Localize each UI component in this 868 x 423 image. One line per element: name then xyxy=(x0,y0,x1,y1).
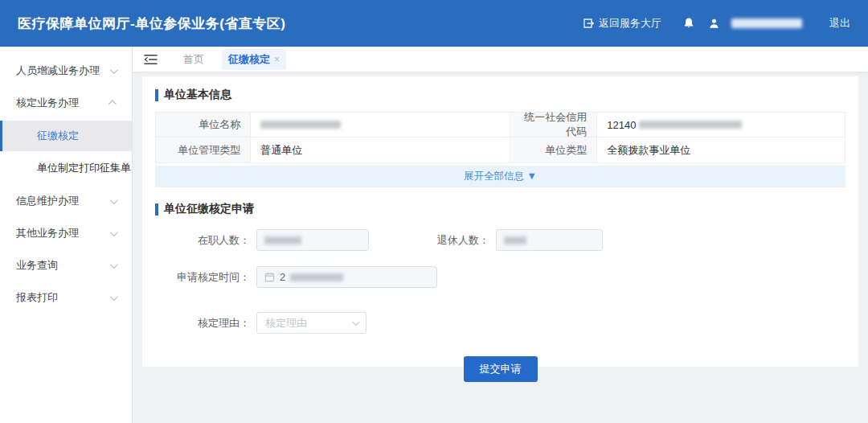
unit-type-value: 全额拨款事业单位 xyxy=(597,138,845,162)
sidebar-item-assessment[interactable]: 核定业务办理 xyxy=(0,87,132,119)
reason-label: 核定理由： xyxy=(155,316,250,331)
logout-label: 退出 xyxy=(829,16,850,31)
chevron-down-icon xyxy=(110,261,118,269)
sidebar-subitem-levy-assessment[interactable]: 征缴核定 xyxy=(0,121,132,151)
sidebar-subitem-label: 征缴核定 xyxy=(37,129,79,143)
sidebar-item-personnel-change[interactable]: 人员增减业务办理 xyxy=(0,55,132,87)
apply-form-title: 单位征缴核定申请 xyxy=(155,202,845,216)
sidebar-subitem-print-collection-form[interactable]: 单位制定打印征集单 xyxy=(0,153,132,183)
reason-placeholder: 核定理由 xyxy=(265,316,307,331)
close-tab-icon[interactable]: × xyxy=(274,54,280,65)
retired-count-input[interactable] xyxy=(496,229,603,251)
tab-label: 征缴核定 xyxy=(228,52,270,67)
sidebar-item-label: 业务查询 xyxy=(16,258,58,273)
basic-info-table: 单位名称 统一社会信用代码 12140 单位管理类型 普通单位 单位类型 全额拨… xyxy=(155,112,845,163)
return-icon xyxy=(583,18,594,29)
unit-mgmt-type-value: 普通单位 xyxy=(251,138,509,162)
app-header: 医疗保障单位网厅-单位参保业务(省直专区) 返回服务大厅 xyxy=(0,0,868,47)
sidebar-item-report-print[interactable]: 报表打印 xyxy=(0,281,132,314)
tab-home[interactable]: 首页 xyxy=(177,49,211,70)
credit-code-label: 统一社会信用代码 xyxy=(509,113,598,138)
bell-icon xyxy=(682,17,695,30)
sidebar-item-label: 人员增减业务办理 xyxy=(16,64,100,78)
unit-mgmt-type-label: 单位管理类型 xyxy=(156,138,251,162)
sidebar-item-business-query[interactable]: 业务查询 xyxy=(0,249,132,281)
sidebar-subitem-label: 单位制定打印征集单 xyxy=(37,161,131,175)
user-icon xyxy=(708,18,720,30)
sidebar-item-label: 信息维护办理 xyxy=(16,194,79,208)
chevron-up-icon xyxy=(108,100,117,108)
tab-label: 首页 xyxy=(183,52,204,67)
username-redacted xyxy=(731,18,802,28)
sidebar: 人员增减业务办理 核定业务办理 征缴核定 单位制定打印征集单 信息维护办理 其他… xyxy=(0,47,133,423)
chevron-down-icon xyxy=(110,196,118,204)
tab-bar: 首页 征缴核定 × xyxy=(133,47,868,72)
chevron-down-icon xyxy=(110,66,118,74)
sidebar-item-label: 核定业务办理 xyxy=(16,96,79,110)
credit-code-prefix: 12140 xyxy=(607,119,636,131)
return-service-hall-button[interactable]: 返回服务大厅 xyxy=(583,16,661,31)
unit-type-label: 单位类型 xyxy=(509,138,598,162)
redacted-value xyxy=(639,121,742,129)
submit-application-button[interactable]: 提交申请 xyxy=(464,356,538,382)
return-service-hall-label: 返回服务大厅 xyxy=(599,16,661,31)
basic-info-title: 单位基本信息 xyxy=(155,88,845,102)
chevron-down-icon xyxy=(110,293,118,301)
redacted-value xyxy=(504,236,526,244)
app-title: 医疗保障单位网厅-单位参保业务(省直专区) xyxy=(18,14,285,33)
apply-time-prefix: 2 xyxy=(280,271,285,283)
sidebar-item-label: 报表打印 xyxy=(16,290,58,305)
calendar-icon xyxy=(264,272,275,282)
tab-levy-assessment[interactable]: 征缴核定 × xyxy=(222,49,286,70)
chevron-down-icon xyxy=(110,228,118,236)
apply-form: 在职人数： 退休人数： 申请核定时间： xyxy=(155,229,845,382)
unit-name-value xyxy=(251,113,509,138)
sidebar-item-info-maintenance[interactable]: 信息维护办理 xyxy=(0,185,132,217)
redacted-value xyxy=(264,236,301,244)
credit-code-value: 12140 xyxy=(597,113,845,138)
redacted-value xyxy=(260,121,341,129)
expand-all-info-link[interactable]: 展开全部信息 ▼ xyxy=(155,166,845,187)
employed-count-input[interactable] xyxy=(256,229,369,251)
reason-select[interactable]: 核定理由 xyxy=(256,312,366,334)
sidebar-item-label: 其他业务办理 xyxy=(16,226,79,240)
unit-name-label: 单位名称 xyxy=(156,113,251,138)
user-account[interactable] xyxy=(708,18,802,30)
sidebar-item-other-business[interactable]: 其他业务办理 xyxy=(0,217,132,249)
apply-time-input[interactable]: 2 xyxy=(256,266,437,288)
apply-time-label: 申请核定时间： xyxy=(155,270,250,285)
redacted-value xyxy=(290,273,343,281)
employed-count-label: 在职人数： xyxy=(155,233,250,248)
logout-button[interactable]: 退出 xyxy=(829,16,850,31)
retired-count-label: 退休人数： xyxy=(369,233,489,248)
collapse-menu-icon[interactable] xyxy=(144,54,158,65)
content-card: 单位基本信息 单位名称 统一社会信用代码 12140 单位管理类型 普通单位 单… xyxy=(142,76,858,367)
chevron-down-icon xyxy=(352,318,360,326)
notification-button[interactable] xyxy=(682,17,695,30)
